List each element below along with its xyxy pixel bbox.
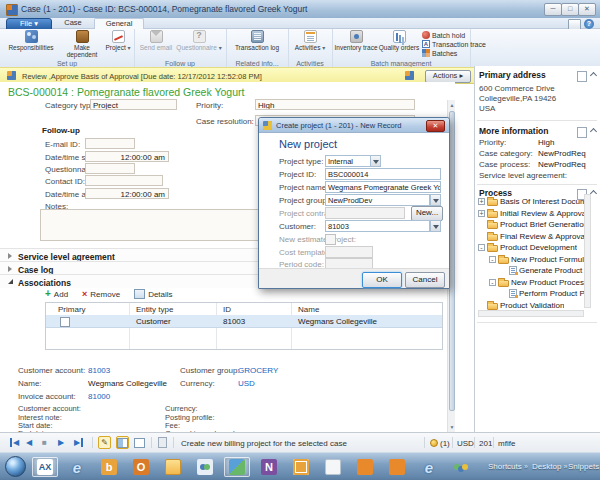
taskbar-dynamics-app2-icon[interactable]: [384, 457, 410, 477]
toolbar-shortcuts[interactable]: Shortcuts »: [488, 462, 528, 471]
transaction-trace-button[interactable]: A Transaction trace: [422, 40, 486, 48]
process-tree-item[interactable]: + Basis Of Interest Documentation: [478, 196, 586, 207]
scroll-down-icon[interactable]: ▼: [449, 424, 456, 430]
process-tree-item[interactable]: + Initial Review & Approval: [478, 208, 586, 219]
notifications-bell-icon[interactable]: [430, 439, 438, 447]
expand-plus-icon[interactable]: +: [478, 210, 485, 217]
quality-orders-button[interactable]: Quality orders: [378, 30, 420, 51]
page-icon[interactable]: [577, 71, 587, 82]
collapse-chevron-icon[interactable]: [590, 190, 597, 197]
status-user[interactable]: mfife: [498, 439, 515, 448]
project-name-field[interactable]: Wegmans Pomegranate Greek Yogurt: [325, 181, 441, 193]
customer-account-link[interactable]: 81003: [88, 366, 110, 375]
activities-button[interactable]: Activities ▾: [290, 30, 330, 52]
customer-dropdown-icon[interactable]: [430, 220, 441, 232]
contact-id-field[interactable]: [85, 175, 163, 186]
minimize-button[interactable]: ─: [544, 3, 562, 16]
batch-hold-button[interactable]: Batch hold: [422, 31, 465, 39]
collapse-minus-icon[interactable]: -: [478, 244, 485, 251]
association-row[interactable]: Customer 81003 Wegmans Collegeville: [46, 315, 442, 328]
project-id-field[interactable]: BSC000014: [325, 168, 441, 180]
process-tree-item[interactable]: Product Brief Generation: [478, 219, 586, 230]
process-tree-item[interactable]: - New Product Processing: [489, 277, 586, 288]
edit-mode-button[interactable]: ✎: [98, 436, 111, 449]
details-button[interactable]: Details: [134, 289, 172, 299]
tab-case[interactable]: Case: [54, 18, 92, 28]
next-record-button[interactable]: ▶: [58, 438, 64, 447]
help-icon[interactable]: ?: [584, 19, 594, 29]
project-group-field[interactable]: NewProdDev: [325, 194, 430, 206]
invoice-account-link[interactable]: 81000: [88, 392, 110, 401]
window-titlebar[interactable]: Case (1 - 201) - Case ID: BCS-000014, Po…: [0, 0, 600, 19]
email-id-field[interactable]: [85, 138, 135, 149]
dialog-titlebar[interactable]: Create project (1 - 201) - New Record ✕: [259, 118, 449, 133]
questionnaire-field[interactable]: [85, 163, 135, 174]
new-contract-button[interactable]: New...: [411, 206, 443, 221]
primary-checkbox[interactable]: [60, 317, 70, 327]
process-tree-item[interactable]: Final Review & Approval: [478, 231, 586, 242]
dialog-close-button[interactable]: ✕: [426, 120, 445, 132]
taskbar-bing-icon[interactable]: b: [96, 457, 122, 477]
primary-address-header[interactable]: Primary address: [479, 70, 546, 80]
tree-scrollbar-vertical[interactable]: [584, 194, 591, 308]
process-tree-item[interactable]: Generate Product Formul: [500, 265, 586, 276]
currency-link[interactable]: USD: [238, 379, 255, 388]
close-window-button[interactable]: ✕: [578, 3, 596, 16]
toolbar-desktop[interactable]: Desktop »: [532, 462, 568, 471]
taskbar-office-grid-icon[interactable]: [288, 457, 314, 477]
last-record-button[interactable]: ▶: [74, 438, 83, 447]
previous-record-button[interactable]: ◀: [26, 438, 32, 447]
priority-field[interactable]: High: [255, 99, 415, 110]
toolbar-snippets[interactable]: Snippets »: [568, 462, 600, 471]
taskbar-picture-app-icon[interactable]: [224, 457, 250, 477]
datetime-answered-field[interactable]: 12:00:00 am: [85, 188, 169, 199]
process-tree-item[interactable]: Perform Product Processi: [500, 288, 586, 299]
taskbar-document-icon[interactable]: [320, 457, 346, 477]
more-information-header[interactable]: More information: [479, 126, 548, 136]
taskbar-cluster-icon[interactable]: [448, 457, 474, 477]
start-button[interactable]: [5, 456, 26, 477]
view-split-button[interactable]: [116, 436, 129, 449]
paste-button[interactable]: [156, 436, 169, 449]
batches-button[interactable]: Batches: [422, 49, 457, 57]
status-company[interactable]: 201: [479, 439, 492, 448]
taskbar-internet-explorer-icon[interactable]: e: [64, 457, 90, 477]
notification-count[interactable]: (1): [440, 439, 450, 448]
remove-button[interactable]: ×Remove: [82, 290, 120, 299]
page-icon[interactable]: [577, 127, 587, 138]
collapse-chevron-icon[interactable]: [590, 72, 597, 79]
project-type-dropdown-icon[interactable]: [370, 155, 381, 167]
process-tree-item[interactable]: - Product Development: [478, 242, 586, 253]
stop-button[interactable]: ■: [42, 438, 47, 447]
taskbar-outlook-icon[interactable]: O: [128, 457, 154, 477]
taskbar-ie2-icon[interactable]: e: [416, 457, 442, 477]
cancel-button[interactable]: Cancel: [405, 272, 445, 288]
tree-scrollbar-horizontal[interactable]: [478, 310, 584, 317]
ok-button[interactable]: OK: [362, 272, 402, 288]
add-button[interactable]: +Add: [45, 290, 68, 299]
inventory-trace-button[interactable]: Inventory trace: [334, 30, 378, 51]
taskbar-explorer-icon[interactable]: [160, 457, 186, 477]
customer-field[interactable]: 81003: [325, 220, 430, 232]
category-type-field[interactable]: Project: [90, 99, 177, 110]
customer-group-link[interactable]: GROCERY: [238, 366, 278, 375]
first-record-button[interactable]: ◀: [10, 438, 19, 447]
taskbar-onenote-icon[interactable]: N: [256, 457, 282, 477]
view-full-button[interactable]: [133, 436, 146, 449]
scroll-up-icon[interactable]: ▲: [449, 102, 456, 108]
project-button[interactable]: Project ▾: [104, 30, 132, 52]
project-group-dropdown-icon[interactable]: [430, 194, 441, 206]
process-tree-item[interactable]: - New Product Formulation: [489, 254, 586, 265]
collapse-minus-icon[interactable]: -: [489, 256, 496, 263]
collapse-chevron-icon[interactable]: [590, 128, 597, 135]
datetime-sent-field[interactable]: 12:00:00 am: [85, 151, 169, 162]
status-currency[interactable]: USD: [457, 439, 474, 448]
maximize-button[interactable]: □: [561, 3, 579, 16]
make-dependent-button[interactable]: Make dependent: [62, 30, 102, 58]
taskbar-dynamics-app1-icon[interactable]: [352, 457, 378, 477]
responsibilities-button[interactable]: Responsibilities: [2, 30, 60, 51]
taskbar-contacts-icon[interactable]: [192, 457, 218, 477]
transaction-log-button[interactable]: Transaction log: [230, 30, 284, 51]
expand-plus-icon[interactable]: +: [478, 198, 485, 205]
collapse-minus-icon[interactable]: -: [489, 279, 496, 286]
